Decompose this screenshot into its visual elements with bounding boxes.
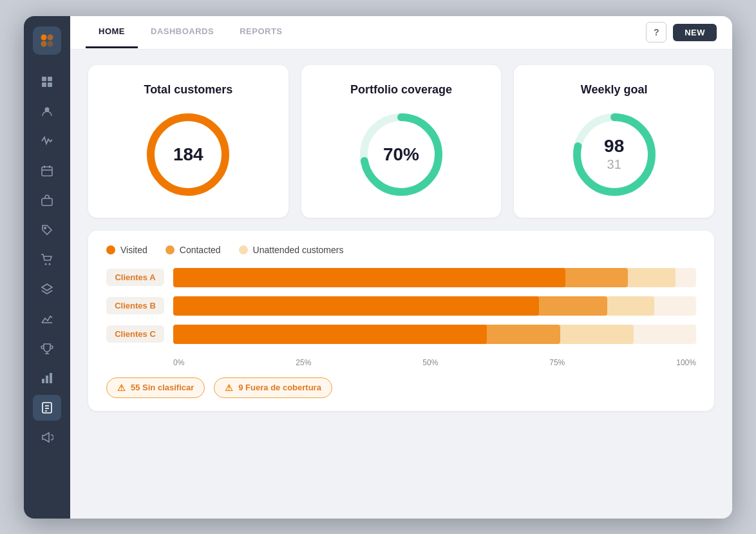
bar-visited-c <box>173 325 487 344</box>
badge-label-coverage: 9 Fuera de cobertura <box>238 383 321 392</box>
svg-rect-7 <box>48 82 52 87</box>
weekly-sub-value: 31 <box>607 157 621 172</box>
tab-home[interactable]: HOME <box>86 16 138 48</box>
chart-panel: Visited Contacted Unattended customers C… <box>88 231 714 411</box>
svg-rect-5 <box>48 77 52 81</box>
svg-rect-22 <box>46 376 48 383</box>
kpi-card-total-customers: Total customers 184 <box>88 65 288 218</box>
tab-reports[interactable]: REPORTS <box>227 16 295 48</box>
x-axis-label-100: 100% <box>676 358 696 367</box>
sidebar-logo[interactable] <box>33 26 61 55</box>
legend-dot-visited <box>106 245 115 254</box>
donut-portfolio: 70% <box>356 110 446 200</box>
svg-rect-13 <box>42 198 52 205</box>
badge-label-unclassified: 55 Sin clasificar <box>131 383 194 392</box>
x-axis: 0% 25% 50% 75% 100% <box>173 358 696 367</box>
x-axis-label-0: 0% <box>173 358 184 367</box>
bar-visited-b <box>173 296 539 316</box>
legend-contacted: Contacted <box>165 245 221 255</box>
table-row: Clientes A <box>106 268 696 287</box>
sidebar-item-activity[interactable] <box>33 128 61 154</box>
kpi-row: Total customers 184 Portfolio coverage <box>88 65 714 218</box>
sidebar-item-bar-chart[interactable] <box>33 365 61 391</box>
legend-unattended: Unattended customers <box>239 245 344 255</box>
bar-label-a: Clientes A <box>106 269 164 286</box>
donut-total-customers: 184 <box>143 110 233 200</box>
sidebar-item-grid[interactable] <box>33 69 61 95</box>
sidebar-item-report[interactable] <box>33 395 61 421</box>
sidebar-item-briefcase[interactable] <box>33 187 61 213</box>
sidebar-item-layers[interactable] <box>33 276 61 302</box>
bar-container-a <box>173 268 696 287</box>
bar-visited-a <box>173 268 565 287</box>
svg-marker-17 <box>42 284 52 291</box>
svg-rect-23 <box>50 373 52 383</box>
badge-out-of-coverage[interactable]: ⚠ 9 Fuera de cobertura <box>214 377 332 398</box>
portfolio-value: 70% <box>383 144 419 165</box>
kpi-card-portfolio: Portfolio coverage 70% <box>301 65 502 218</box>
header-actions: ? NEW <box>646 22 717 43</box>
kpi-title-total-customers: Total customers <box>144 83 232 97</box>
table-row: Clientes C <box>106 325 696 344</box>
donut-center-weekly: 98 31 <box>604 137 624 172</box>
sidebar-item-person[interactable] <box>33 99 61 124</box>
sidebar-item-calendar[interactable] <box>33 158 61 184</box>
svg-point-16 <box>49 263 51 265</box>
svg-point-15 <box>45 263 47 265</box>
bar-container-c <box>173 325 696 344</box>
donut-center-portfolio: 70% <box>383 144 419 165</box>
svg-rect-4 <box>42 77 46 81</box>
kpi-title-weekly-goal: Weekly goal <box>581 83 648 97</box>
sidebar-item-trophy[interactable] <box>33 336 61 361</box>
x-axis-label-75: 75% <box>549 358 565 367</box>
svg-rect-9 <box>42 167 52 176</box>
sidebar-item-cart[interactable] <box>33 247 61 272</box>
kpi-card-weekly-goal: Weekly goal 98 31 <box>514 65 714 218</box>
customers-value: 184 <box>173 146 203 164</box>
app-window: HOME DASHBOARDS REPORTS ? NEW Total cust… <box>24 16 732 519</box>
sidebar-item-tag[interactable] <box>33 217 61 243</box>
svg-point-0 <box>41 34 47 40</box>
warning-icon-2: ⚠ <box>225 383 233 393</box>
chart-legend: Visited Contacted Unattended customers <box>106 245 696 255</box>
bar-chart-area: Clientes A Clientes B <box>106 268 696 353</box>
legend-visited: Visited <box>106 245 147 255</box>
svg-rect-6 <box>42 82 46 87</box>
svg-point-14 <box>44 227 46 228</box>
svg-point-2 <box>41 41 47 46</box>
bar-label-c: Clientes C <box>106 325 164 343</box>
kpi-title-portfolio: Portfolio coverage <box>350 83 452 97</box>
x-axis-label-50: 50% <box>422 358 438 367</box>
help-button[interactable]: ? <box>646 22 666 43</box>
new-button[interactable]: NEW <box>673 24 717 41</box>
legend-dot-contacted <box>165 245 175 254</box>
svg-point-1 <box>48 34 53 40</box>
bar-label-b: Clientes B <box>106 297 164 314</box>
bar-container-b <box>173 296 696 316</box>
donut-center-customers: 184 <box>173 146 203 164</box>
bottom-badges: ⚠ 55 Sin clasificar ⚠ 9 Fuera de cobertu… <box>106 377 696 398</box>
sidebar-item-megaphone[interactable] <box>33 424 61 450</box>
main-content: HOME DASHBOARDS REPORTS ? NEW Total cust… <box>70 16 732 519</box>
legend-dot-unattended <box>239 245 248 254</box>
x-axis-label-25: 25% <box>296 358 311 367</box>
sidebar <box>24 16 70 519</box>
table-row: Clientes B <box>106 296 696 316</box>
legend-label-contacted: Contacted <box>180 245 221 255</box>
weekly-main-value: 98 <box>604 137 624 155</box>
tab-dashboards[interactable]: DASHBOARDS <box>138 16 227 48</box>
svg-rect-21 <box>42 379 44 383</box>
sidebar-item-chart-area[interactable] <box>33 306 61 332</box>
warning-icon-1: ⚠ <box>117 383 126 393</box>
content-area: Total customers 184 Portfolio coverage <box>70 50 732 519</box>
donut-weekly-goal: 98 31 <box>569 110 659 200</box>
header: HOME DASHBOARDS REPORTS ? NEW <box>70 16 732 50</box>
legend-label-visited: Visited <box>120 245 147 255</box>
svg-point-3 <box>48 41 53 46</box>
badge-unclassified[interactable]: ⚠ 55 Sin clasificar <box>106 377 205 398</box>
legend-label-unattended: Unattended customers <box>253 245 344 255</box>
